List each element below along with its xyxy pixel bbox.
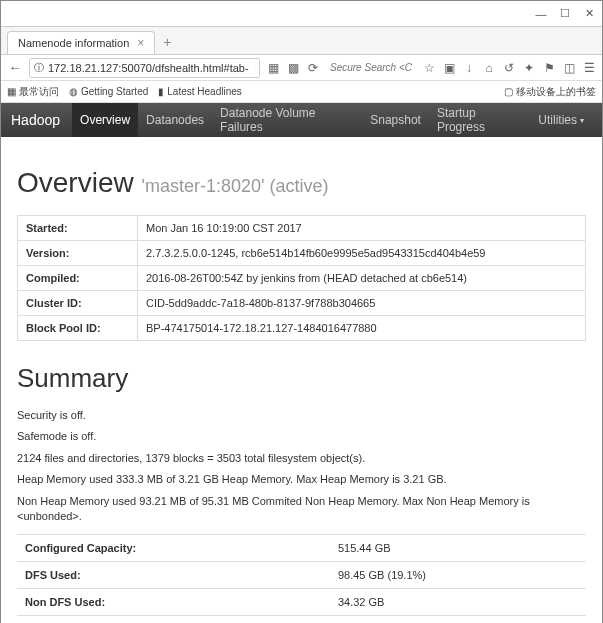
nav-datanodes[interactable]: Datanodes <box>138 103 212 137</box>
summary-heading: Summary <box>17 363 586 394</box>
rss-icon: ▮ <box>158 86 164 97</box>
brand[interactable]: Hadoop <box>11 112 60 128</box>
grid-icon[interactable]: ▦ <box>266 61 280 75</box>
bookmark-icon[interactable]: ✦ <box>522 61 536 75</box>
nav-volume-failures[interactable]: Datanode Volume Failures <box>212 103 362 137</box>
url-bar: ← ⓘ 172.18.21.127:50070/dfshealth.html#t… <box>1 55 602 81</box>
bookmark-most-visited[interactable]: ▦最常访问 <box>7 85 59 99</box>
page-title: Overview 'master-1:8020' (active) <box>17 167 586 199</box>
pocket-icon[interactable]: ▣ <box>442 61 456 75</box>
back-button[interactable]: ← <box>7 60 23 75</box>
download-icon[interactable]: ↓ <box>462 61 476 75</box>
close-button[interactable]: ✕ <box>582 7 596 21</box>
summary-table: Configured Capacity:515.44 GB DFS Used:9… <box>17 534 586 623</box>
bookmark-bar: ▦最常访问 ◍Getting Started ▮Latest Headlines… <box>1 81 602 103</box>
sidebar-icon[interactable]: ◫ <box>562 61 576 75</box>
home-icon[interactable]: ⌂ <box>482 61 496 75</box>
flag-icon[interactable]: ⚑ <box>542 61 556 75</box>
info-icon: ⓘ <box>34 61 44 75</box>
maximize-button[interactable]: ☐ <box>558 7 572 21</box>
window-titlebar: — ☐ ✕ <box>1 1 602 27</box>
globe-icon: ◍ <box>69 86 78 97</box>
nav-startup[interactable]: Startup Progress <box>429 103 530 137</box>
nav-utilities[interactable]: Utilities▾ <box>530 103 592 137</box>
browser-tab[interactable]: Namenode information × <box>7 31 155 54</box>
nav-overview[interactable]: Overview <box>72 103 138 137</box>
app-navbar: Hadoop Overview Datanodes Datanode Volum… <box>1 103 602 137</box>
bookmark-latest-headlines[interactable]: ▮Latest Headlines <box>158 86 242 97</box>
nav-snapshot[interactable]: Snapshot <box>362 103 429 137</box>
table-row: Block Pool ID:BP-474175014-172.18.21.127… <box>18 316 586 341</box>
page-subtitle: 'master-1:8020' (active) <box>141 176 328 196</box>
grid2-icon[interactable]: ▩ <box>286 61 300 75</box>
chevron-down-icon: ▾ <box>580 116 584 125</box>
browser-toolbar-icons: ▦ ▩ ⟳ ☆ ▣ ↓ ⌂ ↺ ✦ ⚑ ◫ ☰ <box>266 60 596 75</box>
reload-button[interactable]: ⟳ <box>306 61 320 75</box>
url-text: 172.18.21.127:50070/dfshealth.html#tab- <box>48 62 249 74</box>
star-icon[interactable]: ☆ <box>422 61 436 75</box>
summary-text: Security is off. Safemode is off. 2124 f… <box>17 408 586 524</box>
search-input[interactable] <box>326 60 416 75</box>
url-input[interactable]: ⓘ 172.18.21.127:50070/dfshealth.html#tab… <box>29 58 260 78</box>
tab-close-icon[interactable]: × <box>137 36 144 50</box>
new-tab-button[interactable]: + <box>155 30 179 54</box>
table-row: Started:Mon Jan 16 10:19:00 CST 2017 <box>18 216 586 241</box>
overview-table: Started:Mon Jan 16 10:19:00 CST 2017 Ver… <box>17 215 586 341</box>
bookmark-mobile[interactable]: ▢移动设备上的书签 <box>504 85 596 99</box>
tab-title: Namenode information <box>18 37 129 49</box>
table-row: DFS Used:98.45 GB (19.1%) <box>17 562 586 589</box>
table-row: Configured Capacity:515.44 GB <box>17 535 586 562</box>
table-row: DFS Remaining:382.67 GB (74.24%) <box>17 616 586 623</box>
table-row: Compiled:2016-08-26T00:54Z by jenkins fr… <box>18 266 586 291</box>
history-icon[interactable]: ↺ <box>502 61 516 75</box>
tab-strip: Namenode information × + <box>1 27 602 55</box>
table-row: Version:2.7.3.2.5.0.0-1245, rcb6e514b14f… <box>18 241 586 266</box>
menu-icon[interactable]: ☰ <box>582 61 596 75</box>
bookmark-getting-started[interactable]: ◍Getting Started <box>69 86 148 97</box>
minimize-button[interactable]: — <box>534 7 548 21</box>
table-row: Cluster ID:CID-5dd9addc-7a18-480b-8137-9… <box>18 291 586 316</box>
table-row: Non DFS Used:34.32 GB <box>17 589 586 616</box>
folder-icon: ▢ <box>504 86 513 97</box>
grid-icon: ▦ <box>7 86 16 97</box>
